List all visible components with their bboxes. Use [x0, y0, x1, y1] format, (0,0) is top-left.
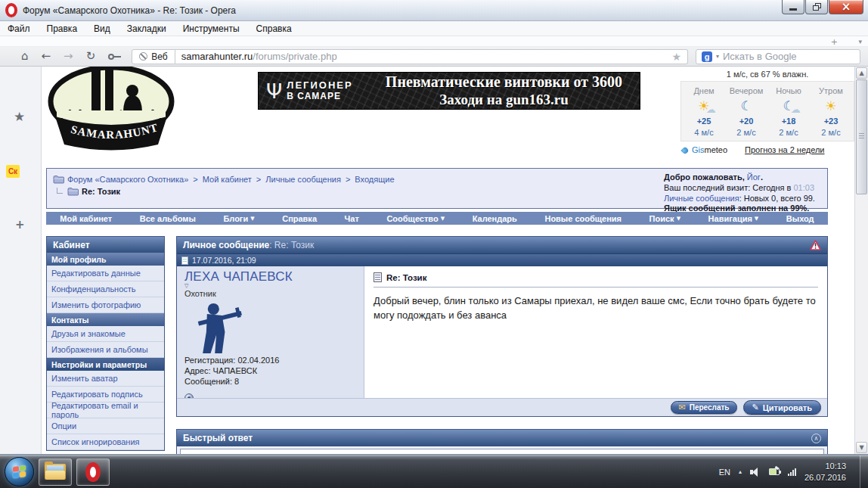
- start-button[interactable]: [5, 457, 34, 486]
- nav-blogs[interactable]: Блоги▼: [223, 214, 254, 223]
- quick-reply-body: [177, 446, 827, 454]
- menu-view[interactable]: Вид: [94, 23, 110, 34]
- bookmark-star-icon[interactable]: ★: [671, 51, 681, 63]
- pencil-icon: ✎: [752, 403, 759, 412]
- opera-icon: [85, 462, 101, 482]
- nav-navigation[interactable]: Навигация▼: [708, 214, 759, 223]
- sidebar-item-edit-signature[interactable]: Редактировать подпись: [47, 387, 164, 403]
- sidebar-item-edit-data[interactable]: Редактировать данные: [47, 266, 164, 281]
- volume-icon[interactable]: [750, 467, 761, 477]
- close-button[interactable]: ×: [829, 0, 863, 14]
- sidebar-item-options[interactable]: Опции: [47, 418, 164, 434]
- user-menu-arrow-icon[interactable]: ▽: [184, 284, 356, 288]
- url-domain: samarahunter.ru: [181, 51, 253, 62]
- window-title: Форум «Самарского Охотника» - Re: Тозик …: [23, 5, 236, 16]
- nav-logout[interactable]: Выход: [786, 214, 814, 223]
- breadcrumb-link[interactable]: Личные сообщения: [265, 175, 341, 184]
- nav-chat[interactable]: Чат: [345, 214, 359, 223]
- author-name-link[interactable]: ЛЕХА ЧАПАЕВСК: [184, 269, 356, 284]
- nav-new-messages[interactable]: Новые сообщения: [544, 214, 622, 223]
- author-avatar[interactable]: [184, 302, 251, 353]
- sidebar-item-privacy[interactable]: Конфиденциальность: [47, 281, 164, 297]
- private-messages-link[interactable]: Личные сообщения: [664, 194, 739, 203]
- menu-edit[interactable]: Правка: [47, 23, 78, 34]
- breadcrumb-link[interactable]: Форум «Самарского Охотника»: [67, 175, 188, 184]
- banner-logo: Ψ ЛЕГИОНЕР В САМАРЕ: [259, 79, 368, 103]
- breadcrumb-link[interactable]: Входящие: [355, 175, 394, 184]
- language-indicator[interactable]: EN: [719, 468, 730, 477]
- nav-my-cabinet[interactable]: Мой кабинет: [60, 214, 112, 223]
- globe-icon: [139, 52, 147, 61]
- menu-help[interactable]: Справка: [256, 23, 292, 34]
- author-cell: ЛЕХА ЧАПАЕВСК ▽ Охотник: [177, 266, 364, 398]
- hidden-icons-caret[interactable]: ▴: [739, 468, 742, 475]
- private-message-panel: Личное сообщение: Re: Тозик: [176, 236, 828, 417]
- vertical-scrollbar[interactable]: ▲ ▼: [854, 67, 868, 454]
- nav-community[interactable]: Сообщество▼: [386, 214, 445, 223]
- breadcrumb-link[interactable]: Мой кабинет: [203, 175, 252, 184]
- quick-reply-input[interactable]: [180, 449, 824, 454]
- sidebar-item-ignore-list[interactable]: Список игнорирования: [47, 434, 164, 450]
- forecast-link[interactable]: Прогноз на 2 недели: [745, 145, 824, 154]
- bookmarks-panel-star-icon[interactable]: ★: [14, 109, 25, 124]
- search-engine-dropdown-icon[interactable]: ▾: [716, 53, 719, 60]
- chevron-down-icon: ▼: [677, 216, 680, 222]
- nav-help[interactable]: Справка: [282, 214, 317, 223]
- web-dropdown-button[interactable]: Веб: [132, 49, 175, 64]
- scrollbar-thumb[interactable]: [856, 79, 867, 194]
- search-field[interactable]: g ▾ Искать в Google: [696, 49, 860, 64]
- new-tab-icon[interactable]: +: [831, 37, 838, 47]
- scroll-up-icon[interactable]: ▲: [856, 67, 867, 79]
- back-icon[interactable]: ←: [42, 51, 51, 62]
- restore-button[interactable]: [805, 0, 828, 14]
- url-field[interactable]: samarahunter.ru /forums/private.php ★: [175, 49, 688, 64]
- forward-icon[interactable]: →: [64, 51, 73, 62]
- nav-albums[interactable]: Все альбомы: [140, 214, 196, 223]
- taskbar-clock[interactable]: 10:13 26.07.2016: [804, 461, 846, 483]
- sidebar-item-friends[interactable]: Друзья и знакомые: [47, 326, 164, 342]
- collapse-icon[interactable]: ∧: [811, 434, 821, 443]
- nav-search[interactable]: Поиск▼: [649, 214, 680, 223]
- menu-tools[interactable]: Инструменты: [183, 23, 240, 34]
- menu-bookmarks[interactable]: Закладки: [127, 23, 166, 34]
- opera-side-panel: ★ Ск +: [0, 67, 42, 454]
- breadcrumb-separator: >: [346, 175, 350, 184]
- screen: Форум «Самарского Охотника» - Re: Тозик …: [0, 0, 868, 488]
- menu-file[interactable]: Файл: [8, 23, 30, 34]
- nav-calendar[interactable]: Календарь: [473, 214, 517, 223]
- sun-icon: ☀: [810, 98, 852, 114]
- tab-list-chevron-icon[interactable]: ▾: [858, 38, 862, 45]
- sidebar-item-change-photo[interactable]: Изменить фотографию: [47, 297, 164, 313]
- site-logo: SAMARAHUNTER.RU: [45, 67, 178, 151]
- gismeteo-link[interactable]: Gismeteo: [692, 145, 727, 154]
- home-icon[interactable]: ⌂: [21, 51, 29, 62]
- explorer-taskbar-button[interactable]: [39, 458, 72, 486]
- battery-icon[interactable]: [769, 468, 780, 475]
- sidebar-section-my-profile: Мой профиль: [47, 253, 164, 266]
- message-row: ЛЕХА ЧАПАЕВСК ▽ Охотник: [177, 266, 827, 398]
- sidebar-item-edit-email-password[interactable]: Редактировать email и пароль: [47, 403, 164, 418]
- reload-icon[interactable]: ↻: [86, 51, 96, 62]
- forward-button[interactable]: ✉Переслать: [671, 401, 736, 414]
- breadcrumb-box: Форум «Самарского Охотника» > Мой кабине…: [46, 168, 828, 209]
- extension-ck-icon[interactable]: Ск: [6, 165, 20, 178]
- username-link[interactable]: Йог: [747, 173, 761, 182]
- network-signal-icon[interactable]: [788, 468, 796, 476]
- weather-col-label: Вечером: [725, 86, 767, 95]
- ad-banner[interactable]: Ψ ЛЕГИОНЕР В САМАРЕ Пневматические винто…: [258, 72, 640, 110]
- quote-button[interactable]: ✎Цитировать: [743, 400, 822, 415]
- online-status-icon: [184, 393, 194, 398]
- show-desktop-button[interactable]: [860, 455, 868, 488]
- sidebar-item-change-avatar[interactable]: Изменить аватар: [47, 371, 164, 387]
- minimize-button[interactable]: [782, 0, 804, 14]
- window-controls: ×: [781, 0, 863, 14]
- scroll-down-icon[interactable]: ▼: [856, 442, 867, 453]
- sidebar-title: Кабинет: [47, 237, 164, 253]
- moon-icon: ☾: [725, 98, 767, 114]
- report-warning-icon[interactable]: [810, 240, 821, 250]
- password-key-icon[interactable]: [108, 54, 121, 60]
- sidebar-item-images-albums[interactable]: Изображения и альбомы: [47, 342, 164, 358]
- panel-add-icon[interactable]: +: [15, 218, 25, 232]
- opera-taskbar-button[interactable]: [76, 458, 110, 486]
- moon-cloud-icon: ☾☁: [767, 98, 810, 114]
